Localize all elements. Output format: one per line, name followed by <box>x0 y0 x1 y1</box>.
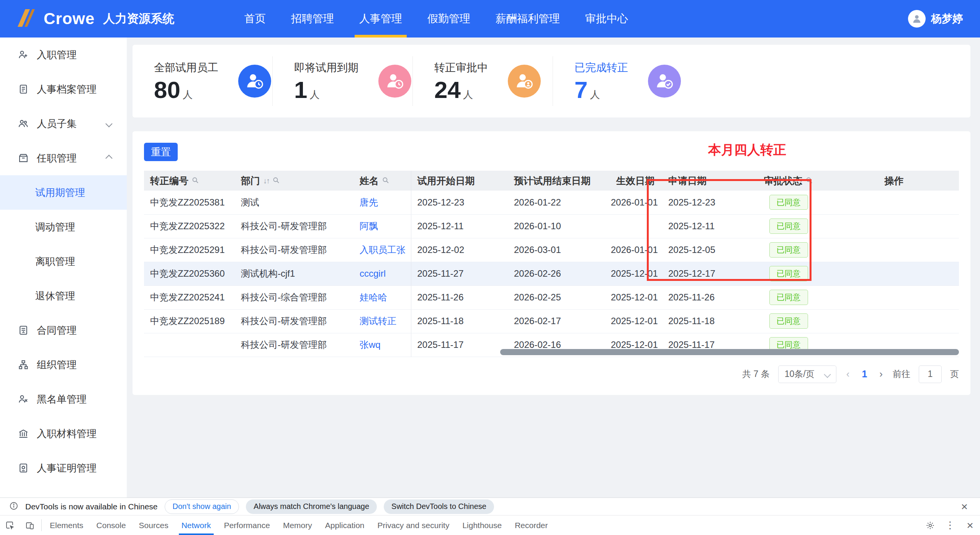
sidebar-item-label: 调动管理 <box>35 220 75 234</box>
crowe-logo-icon <box>15 9 38 28</box>
pagination-total: 共 7 条 <box>742 368 770 380</box>
stat-completed: 已完成转正 7人 <box>553 56 970 106</box>
employee-name-link[interactable]: 娃哈哈 <box>360 292 387 302</box>
header-effective-date: 生效日期 <box>605 171 662 191</box>
probation-table-card: 重置 本月四人转正 转正编号 部门↓↑ 姓名 试用开始日期 预计试用结束日期 <box>133 131 970 395</box>
next-page-button[interactable]: › <box>878 368 884 380</box>
stat-label: 即将试用到期 <box>294 60 358 75</box>
stat-value: 80 <box>154 78 180 102</box>
person-plus-icon <box>18 49 29 60</box>
status-badge: 已同意 <box>769 242 808 257</box>
main-nav: 首页 招聘管理 人事管理 假勤管理 薪酬福利管理 审批中心 <box>237 0 635 38</box>
table-row: 中竞发ZZ2025189 科技公司-研发管理部 测试转正 2025-11-18 … <box>144 309 959 333</box>
tab-performance[interactable]: Performance <box>218 515 276 535</box>
employee-name-link[interactable]: 入职员工张 <box>360 245 406 255</box>
chevron-down-icon <box>105 120 112 127</box>
prev-page-button[interactable]: ‹ <box>845 368 851 380</box>
sidebar-item-hr-certificate[interactable]: 人事证明管理 <box>0 451 127 485</box>
user-avatar[interactable] <box>908 10 926 28</box>
table-wrap: 转正编号 部门↓↑ 姓名 试用开始日期 预计试用结束日期 生效日期 申请日期 审… <box>144 171 959 357</box>
tab-network[interactable]: Network <box>175 515 218 535</box>
reset-button[interactable]: 重置 <box>144 143 178 161</box>
sidebar-item-onboarding-materials[interactable]: 入职材料管理 <box>0 416 127 451</box>
sidebar: 入职管理 人事档案管理 人员子集 任职管理 试用期管理 调动管理 离职管理 退休… <box>0 38 127 497</box>
horizontal-scrollbar-thumb[interactable] <box>500 349 959 355</box>
divider <box>41 519 42 531</box>
sidebar-item-retirement[interactable]: 退休管理 <box>0 279 127 313</box>
user-area[interactable]: 杨梦婷 <box>908 10 980 28</box>
product-title: 人力资源系统 <box>103 11 174 27</box>
stat-all-probation: 全部试用员工 80人 <box>133 56 273 106</box>
table-row: 中竞发ZZ2025322 科技公司-研发管理部 阿飘 2025-12-11 20… <box>144 214 959 238</box>
current-page[interactable]: 1 <box>859 369 869 380</box>
status-badge: 已同意 <box>769 219 808 233</box>
tab-privacy-security[interactable]: Privacy and security <box>371 515 456 535</box>
tab-lighthouse[interactable]: Lighthouse <box>456 515 508 535</box>
devtools-close-icon[interactable]: × <box>960 515 980 535</box>
devtools-tabbar: Elements Console Sources Network Perform… <box>0 515 980 535</box>
device-toolbar-icon[interactable] <box>20 515 40 535</box>
tab-console[interactable]: Console <box>90 515 133 535</box>
person-clock-icon <box>378 65 411 98</box>
match-language-button[interactable]: Always match Chrome's language <box>246 499 377 514</box>
people-icon <box>18 118 29 129</box>
page-label: 页 <box>950 368 959 380</box>
sidebar-item-transfer[interactable]: 调动管理 <box>0 210 127 244</box>
stat-label: 转正审批中 <box>434 60 488 75</box>
tab-recorder[interactable]: Recorder <box>508 515 554 535</box>
header-apply-date: 申请日期 <box>662 171 748 191</box>
sidebar-item-personnel-subset[interactable]: 人员子集 <box>0 106 127 141</box>
sidebar-item-label: 组织管理 <box>37 358 77 372</box>
infobar-close-icon[interactable]: × <box>958 500 971 513</box>
inspect-element-icon[interactable] <box>0 515 20 535</box>
chevron-down-icon <box>824 371 831 378</box>
nav-item-hr[interactable]: 人事管理 <box>352 0 409 38</box>
search-icon[interactable] <box>805 175 813 186</box>
sidebar-item-employment[interactable]: 任职管理 <box>0 141 127 175</box>
tab-application[interactable]: Application <box>319 515 371 535</box>
sidebar-item-personnel-files[interactable]: 人事档案管理 <box>0 72 127 106</box>
person-remove-icon <box>18 393 29 405</box>
employee-name-link[interactable]: cccgirl <box>360 268 386 279</box>
more-options-icon[interactable]: ⋮ <box>940 515 960 535</box>
sidebar-item-contract[interactable]: 合同管理 <box>0 313 127 347</box>
switch-chinese-button[interactable]: Switch DevTools to Chinese <box>384 499 494 514</box>
sidebar-item-organization[interactable]: 组织管理 <box>0 347 127 382</box>
sidebar-item-onboarding[interactable]: 入职管理 <box>0 38 127 72</box>
sidebar-item-label: 合同管理 <box>37 324 77 337</box>
top-nav: Crowe 人力资源系统 首页 招聘管理 人事管理 假勤管理 薪酬福利管理 审批… <box>0 0 980 38</box>
nav-item-recruitment[interactable]: 招聘管理 <box>284 0 341 38</box>
header-regularization-code: 转正编号 <box>144 171 235 191</box>
sort-icon[interactable]: ↓↑ <box>263 176 269 185</box>
nav-item-attendance[interactable]: 假勤管理 <box>420 0 477 38</box>
nav-item-home[interactable]: 首页 <box>237 0 273 38</box>
search-icon[interactable] <box>191 175 199 186</box>
search-icon[interactable] <box>382 175 389 186</box>
actions-cell <box>829 191 959 214</box>
sidebar-item-blacklist[interactable]: 黑名单管理 <box>0 382 127 416</box>
search-icon[interactable] <box>272 175 280 186</box>
employee-name-link[interactable]: 阿飘 <box>360 221 378 231</box>
header-probation-end: 预计试用结束日期 <box>508 171 605 191</box>
tab-elements[interactable]: Elements <box>43 515 90 535</box>
settings-gear-icon[interactable] <box>920 515 940 535</box>
nav-item-compensation[interactable]: 薪酬福利管理 <box>489 0 567 38</box>
goto-page-input[interactable] <box>919 365 942 383</box>
org-chart-icon <box>18 359 29 370</box>
employee-name-link[interactable]: 测试转正 <box>360 316 396 326</box>
tab-sources[interactable]: Sources <box>133 515 175 535</box>
sidebar-item-probation[interactable]: 试用期管理 <box>0 175 127 210</box>
employee-name-link[interactable]: 唐先 <box>360 197 378 207</box>
stat-unit: 人 <box>463 88 473 101</box>
header-department: 部门↓↑ <box>235 171 353 191</box>
table-row: 中竞发ZZ2025291 科技公司-研发管理部 入职员工张 2025-12-02… <box>144 238 959 262</box>
employee-name-link[interactable]: 张wq <box>360 339 381 350</box>
certificate-icon <box>18 462 29 474</box>
tab-memory[interactable]: Memory <box>276 515 319 535</box>
table-header-row: 转正编号 部门↓↑ 姓名 试用开始日期 预计试用结束日期 生效日期 申请日期 审… <box>144 171 959 191</box>
nav-item-approval-center[interactable]: 审批中心 <box>578 0 635 38</box>
page-size-select[interactable]: 10条/页 <box>778 365 836 383</box>
dont-show-again-button[interactable]: Don't show again <box>165 499 239 514</box>
sidebar-item-resignation[interactable]: 离职管理 <box>0 244 127 279</box>
stat-value: 7 <box>574 78 587 102</box>
